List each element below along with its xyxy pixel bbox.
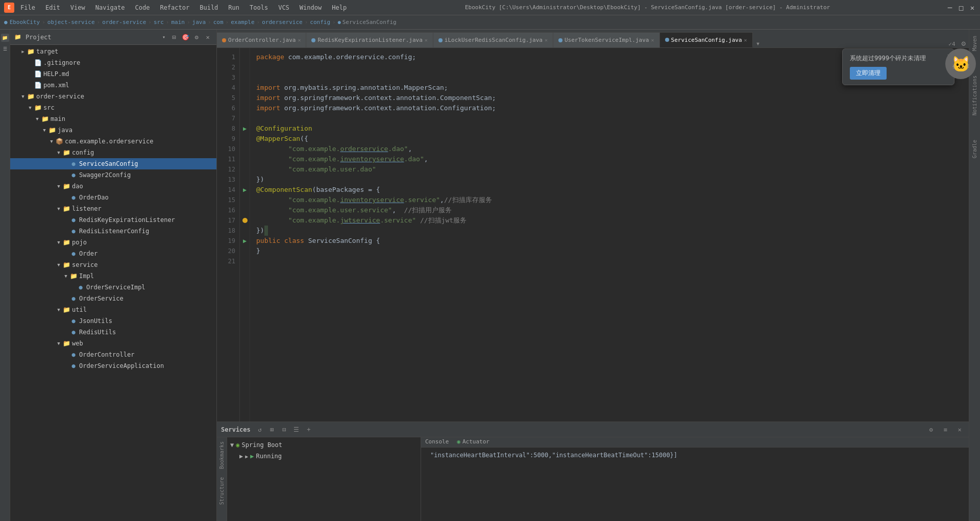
menu-help[interactable]: Help xyxy=(330,3,349,12)
tree-item-orderdao[interactable]: ● OrderDao xyxy=(10,192,216,203)
add-service-button[interactable]: + xyxy=(304,425,314,435)
tree-item-main[interactable]: ▼ 📁 main xyxy=(10,113,216,125)
tree-item-orderserviceapplication[interactable]: ● OrderServiceApplication xyxy=(10,360,216,371)
breadcrumb-orderservice[interactable]: orderservice xyxy=(262,19,302,26)
tree-item-java[interactable]: ▼ 📁 java xyxy=(10,125,216,136)
tab-overflow-button[interactable]: ▾ xyxy=(753,39,763,47)
menu-file[interactable]: File xyxy=(18,3,37,12)
tree-item-pomxml[interactable]: 📄 pom.xml xyxy=(10,80,216,91)
menu-code[interactable]: Code xyxy=(133,3,152,12)
group-button[interactable]: ☰ xyxy=(291,425,302,435)
bottom-close-button[interactable]: ✕ xyxy=(954,425,965,435)
tab-servicesanconfig[interactable]: ServiceSanConfig.java ✕ xyxy=(660,32,753,47)
tree-item-helpmd[interactable]: 📄 HELP.md xyxy=(10,68,216,80)
tree-item-rediskeyexpiration[interactable]: ● RedisKeyExpirationListener xyxy=(10,214,216,226)
tree-arrow-order-service[interactable]: ▼ xyxy=(19,93,27,100)
console-tabs[interactable]: Console ◉ Actuator xyxy=(421,437,969,448)
breadcrumb-order-service[interactable]: order-service xyxy=(102,19,146,26)
tree-item-web[interactable]: ▼ 📁 web xyxy=(10,338,216,349)
breadcrumb-ebookcity[interactable]: EbookCity xyxy=(10,19,40,26)
project-tools[interactable]: ⊟ 🎯 ⚙ ✕ xyxy=(169,33,212,42)
bottom-panel-controls[interactable]: ↺ ⊞ ⊟ ☰ + xyxy=(255,425,314,435)
tree-item-servicesanconfig[interactable]: ● ServiceSanConfig xyxy=(10,158,216,169)
locate-file-button[interactable]: 🎯 xyxy=(181,33,190,42)
collapse-all-button[interactable]: ⊟ xyxy=(169,33,179,42)
tree-item-orderservice[interactable]: ● OrderService xyxy=(10,293,216,304)
tab-close-rediskeyexpiration[interactable]: ✕ xyxy=(425,37,428,43)
menu-vcs[interactable]: VCS xyxy=(276,3,291,12)
breadcrumb-com[interactable]: com xyxy=(213,19,224,26)
services-tree-item-running[interactable]: ▶ ▶ ▶ Running xyxy=(227,451,421,462)
tree-item-util[interactable]: ▼ 📁 util xyxy=(10,304,216,315)
tree-item-service[interactable]: ▼ 📁 service xyxy=(10,259,216,270)
bottom-settings-icon[interactable]: ⚙ xyxy=(926,425,936,435)
breadcrumb-src[interactable]: src xyxy=(154,19,164,26)
code-editor[interactable]: 1 2 3 4 5 6 7 8 9 10 11 12 13 14 15 16 1… xyxy=(217,48,969,421)
breadcrumb-config[interactable]: config xyxy=(310,19,330,26)
tree-item-gitignore[interactable]: 📄 .gitignore xyxy=(10,57,216,68)
collapse-services-button[interactable]: ⊞ xyxy=(267,425,277,435)
tree-item-redisutils[interactable]: ● RedisUtils xyxy=(10,327,216,338)
bookmarks-label[interactable]: Bookmarks xyxy=(218,439,226,471)
tree-item-order-service[interactable]: ▼ 📁 order-service xyxy=(10,91,216,102)
bottom-settings-button[interactable]: ≡ xyxy=(940,425,950,435)
structure-label[interactable]: Structure xyxy=(218,475,226,507)
console-tab[interactable]: Console xyxy=(421,437,453,447)
menu-refactor[interactable]: Refactor xyxy=(158,3,191,12)
tree-item-package[interactable]: ▼ 📦 com.example.orderservice xyxy=(10,136,216,147)
tree-item-pojo[interactable]: ▼ 📁 pojo xyxy=(10,237,216,248)
menu-bar[interactable]: File Edit View Navigate Code Refactor Bu… xyxy=(18,3,349,12)
left-icon-2[interactable]: ☰ xyxy=(1,45,9,53)
tab-settings-button[interactable]: ⚙ xyxy=(959,39,969,47)
tree-item-ordercontroller[interactable]: ● OrderController xyxy=(10,349,216,360)
minimize-button[interactable]: ─ xyxy=(946,4,953,11)
breadcrumb-example[interactable]: example xyxy=(231,19,254,26)
breadcrumb-main[interactable]: main xyxy=(171,19,185,26)
gutter-bean-14[interactable]: ▶ xyxy=(243,186,247,193)
tree-item-listener[interactable]: ▼ 📁 listener xyxy=(10,203,216,214)
tab-rediskeyexpiration[interactable]: RedisKeyExpirationListener.java ✕ xyxy=(306,32,433,47)
close-panel-button[interactable]: ✕ xyxy=(203,33,212,42)
menu-window[interactable]: Window xyxy=(298,3,324,12)
refresh-button[interactable]: ↺ xyxy=(255,425,265,435)
tree-item-config[interactable]: ▼ 📁 config xyxy=(10,147,216,158)
menu-run[interactable]: Run xyxy=(226,3,241,12)
tree-item-redislistenerconfig[interactable]: ● RedisListenerConfig xyxy=(10,226,216,237)
tree-item-orderserviceimpl[interactable]: ● OrderServiceImpl xyxy=(10,282,216,293)
tab-ilockuserredis[interactable]: iLockUserRedisScanConfig.java ✕ xyxy=(433,32,553,47)
tree-arrow-target[interactable]: ▶ xyxy=(19,48,27,55)
actuator-tab[interactable]: ◉ Actuator xyxy=(453,437,494,447)
popup-action-button[interactable]: 立即清理 xyxy=(850,67,887,80)
tab-close-ordercontroller[interactable]: ✕ xyxy=(298,37,301,43)
tab-close-usertokenserviceimpl[interactable]: ✕ xyxy=(651,37,654,43)
tree-item-swagger2config[interactable]: ● Swagger2Config xyxy=(10,169,216,181)
gradle-tab[interactable]: Gradle xyxy=(971,138,978,160)
notifications-tab[interactable]: Notifications xyxy=(971,73,978,117)
gutter-bean-8[interactable]: ▶ xyxy=(243,125,247,132)
code-content[interactable]: package com.example.orderservice.config;… xyxy=(250,48,969,421)
menu-build[interactable]: Build xyxy=(198,3,220,12)
menu-tools[interactable]: Tools xyxy=(248,3,270,12)
tab-close-servicesanconfig[interactable]: ✕ xyxy=(744,37,747,43)
menu-edit[interactable]: Edit xyxy=(43,3,62,12)
right-panel-tabs[interactable]: Maven Notifications Gradle xyxy=(969,30,980,521)
tab-checkmark[interactable]: ✓4 xyxy=(945,41,958,47)
close-button[interactable]: ✕ xyxy=(969,4,976,11)
breadcrumb-object-service[interactable]: object-service xyxy=(47,19,95,26)
gutter-bean-19[interactable]: ▶ xyxy=(243,237,247,244)
settings-button[interactable]: ⚙ xyxy=(192,33,201,42)
menu-navigate[interactable]: Navigate xyxy=(93,3,127,12)
services-tree-item-springboot[interactable]: ▼ ◉ Spring Boot xyxy=(227,439,421,451)
tree-item-impl[interactable]: ▼ 📁 Impl xyxy=(10,270,216,282)
window-controls[interactable]: ─ □ ✕ xyxy=(946,4,976,11)
tree-item-dao[interactable]: ▼ 📁 dao xyxy=(10,181,216,192)
breadcrumb-java[interactable]: java xyxy=(192,19,206,26)
tab-close-ilockuserredis[interactable]: ✕ xyxy=(545,37,548,43)
project-tree[interactable]: ▶ 📁 target 📄 .gitignore 📄 HELP.md 📄 xyxy=(10,45,216,521)
tree-item-target[interactable]: ▶ 📁 target xyxy=(10,46,216,57)
tab-usertokenserviceimpl[interactable]: UserTokenServiceImpl.java ✕ xyxy=(553,32,660,47)
left-icon-1[interactable]: 📁 xyxy=(1,34,9,42)
menu-view[interactable]: View xyxy=(68,3,87,12)
tab-ordercontroller[interactable]: OrderController.java ✕ xyxy=(217,32,306,47)
tree-item-src[interactable]: ▼ 📁 src xyxy=(10,102,216,113)
